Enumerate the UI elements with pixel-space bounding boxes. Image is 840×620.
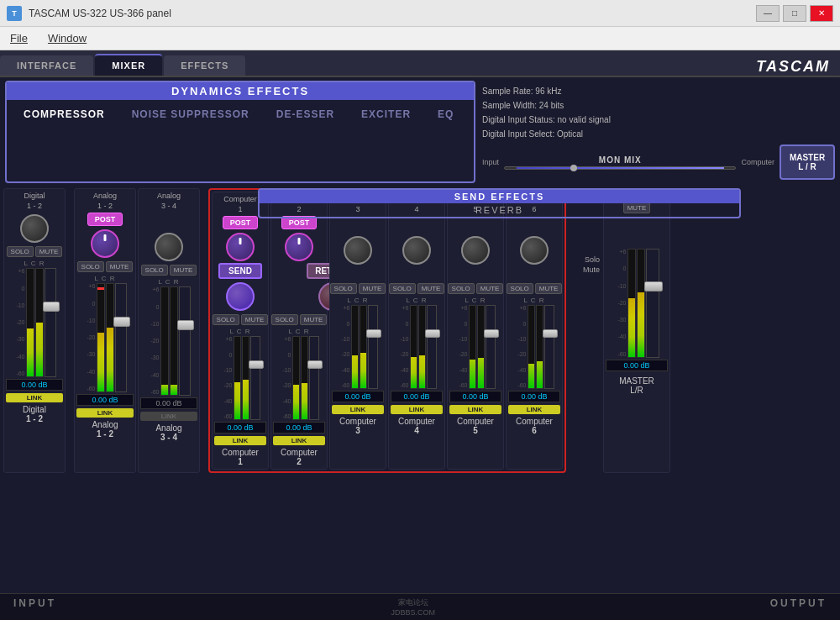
ch-digital-fader-handle[interactable]	[43, 302, 60, 312]
ch-comp4-vu-l	[410, 305, 417, 389]
ch-comp4-mute[interactable]: MUTE	[417, 283, 445, 294]
ch-comp4-knob[interactable]	[402, 236, 431, 265]
dynamics-header: DYNAMICS EFFECTS	[7, 82, 474, 100]
ch-digital-knob[interactable]	[20, 214, 49, 243]
ch-analog34-fader-handle[interactable]	[177, 320, 194, 330]
ch-comp3-mute[interactable]: MUTE	[359, 283, 386, 294]
tab-exciter[interactable]: EXCITER	[358, 107, 414, 122]
ch-analog12-post[interactable]: POST	[87, 213, 123, 226]
ch-comp1-link[interactable]: LINK	[214, 436, 266, 445]
ch-digital-vu-r-bar	[36, 323, 43, 376]
ch-comp2-post[interactable]: POST	[281, 216, 318, 229]
tab-de-esser[interactable]: DE-ESSER	[273, 107, 338, 122]
channel-computer-5: Computer5 SOLO MUTE L C R +60-10-20-40-6…	[447, 192, 504, 470]
ch-analog34-fader[interactable]	[179, 286, 191, 396]
ch-comp1-knob[interactable]	[226, 233, 255, 261]
mon-mix-knob[interactable]	[570, 165, 577, 171]
ch-comp4-fader-handle[interactable]	[425, 329, 440, 338]
ch-digital-name: Digital1 - 2	[23, 405, 46, 423]
tab-effects[interactable]: EFFECTS	[164, 55, 245, 76]
ch-comp2-mute[interactable]: MUTE	[300, 314, 328, 325]
close-button[interactable]: ✕	[810, 5, 833, 22]
master-fader[interactable]	[646, 249, 659, 358]
ch-comp1-fader-handle[interactable]	[249, 360, 264, 369]
ch-analog12-mute[interactable]: MUTE	[106, 261, 134, 272]
ch-comp5-knob[interactable]	[461, 236, 490, 265]
ch-comp2-solo[interactable]: SOLO	[271, 314, 298, 325]
master-lr-button[interactable]: MASTER L / R	[780, 144, 835, 180]
ch-comp6-fader[interactable]	[544, 305, 554, 389]
ch-analog12-solo[interactable]: SOLO	[77, 261, 104, 272]
ch-comp6-mute[interactable]: MUTE	[535, 283, 563, 294]
ch-analog34-knob[interactable]	[155, 233, 183, 261]
ch-comp1-mute[interactable]: MUTE	[241, 314, 269, 325]
file-menu[interactable]: File	[7, 30, 31, 46]
ch-analog34-solo[interactable]: SOLO	[141, 265, 168, 276]
ch-digital-mute[interactable]: MUTE	[35, 246, 63, 257]
digital-input-status: Digital Input Status: no valid signal	[482, 113, 835, 127]
ch-comp5-fader[interactable]	[486, 305, 496, 389]
ch-comp4-db: 0.00 dB	[391, 391, 443, 402]
ch-analog34-name: Analog3 - 4	[155, 423, 181, 442]
tab-interface[interactable]: INTERFACE	[0, 55, 93, 76]
ch-comp3-fader[interactable]	[368, 305, 378, 389]
master-mute[interactable]: MUTE	[623, 202, 651, 213]
ch-comp5-vu-r-bar	[478, 358, 484, 388]
ch-analog34-mute[interactable]: MUTE	[170, 265, 197, 276]
maximize-button[interactable]: □	[783, 5, 806, 22]
ch-analog12-fader[interactable]	[115, 283, 127, 392]
window-controls: — □ ✕	[756, 5, 833, 22]
ch-comp4-fader[interactable]	[427, 305, 437, 389]
tab-noise-suppressor[interactable]: NOISE SUPPRESSOR	[129, 107, 253, 122]
ch-digital-link[interactable]: LINK	[6, 393, 63, 402]
ch-comp6-label: Computer6	[517, 195, 551, 214]
ch-comp3-solo[interactable]: SOLO	[330, 283, 357, 294]
ch-comp1-post[interactable]: POST	[223, 216, 259, 229]
ch-comp3-fader-handle[interactable]	[366, 329, 381, 338]
ch-comp5-fader-handle[interactable]	[484, 329, 499, 338]
ch-analog12-link[interactable]: LINK	[76, 408, 134, 418]
ch-comp6-link[interactable]: LINK	[508, 405, 560, 414]
ch-comp3-link[interactable]: LINK	[332, 405, 384, 414]
ch-comp2-fader[interactable]	[309, 336, 319, 420]
tab-mixer[interactable]: MIXER	[95, 54, 162, 76]
ch-digital-vu-r	[35, 268, 44, 377]
ch-analog12-knob[interactable]	[91, 229, 119, 258]
ch-comp1-send-btn[interactable]: SEND	[218, 263, 262, 279]
ch-comp6-lcr: L C R	[523, 297, 544, 304]
ch-comp6-fader-handle[interactable]	[543, 329, 558, 338]
tab-eq[interactable]: EQ	[434, 107, 457, 122]
window-menu[interactable]: Window	[45, 30, 90, 46]
ch-comp6-solo[interactable]: SOLO	[507, 283, 533, 294]
ch-comp1-solo[interactable]: SOLO	[213, 314, 239, 325]
ch-comp3-solo-mute: SOLO MUTE	[330, 283, 386, 294]
ch-comp5-mute[interactable]: MUTE	[476, 283, 504, 294]
status-panel: Sample Rate: 96 kHz Sample Width: 24 bit…	[482, 82, 835, 143]
minimize-button[interactable]: —	[756, 5, 780, 22]
ch-comp4-solo[interactable]: SOLO	[389, 283, 416, 294]
ch-comp2-fader-handle[interactable]	[307, 360, 323, 369]
ch-digital-fader[interactable]	[45, 268, 56, 377]
ch-comp4-link[interactable]: LINK	[391, 405, 443, 414]
ch-comp3-db: 0.00 dB	[332, 391, 384, 402]
channel-computer-1: Computer1 POST SEND SOLO MUTE L C R +60-…	[212, 192, 269, 470]
ch-digital-solo[interactable]: SOLO	[7, 246, 34, 257]
ch-comp5-link[interactable]: LINK	[449, 405, 501, 414]
ch-comp1-label: Computer1	[223, 195, 257, 214]
master-fader-handle[interactable]	[644, 281, 663, 292]
ch-analog12-db: 0.00 dB	[76, 394, 134, 406]
ch-comp2-link[interactable]: LINK	[273, 436, 325, 445]
ch-comp4-lcr: L C R	[406, 297, 427, 304]
ch-comp1-fader[interactable]	[250, 336, 260, 420]
ch-comp1-send-knob[interactable]	[226, 282, 255, 311]
ch-comp5-solo[interactable]: SOLO	[448, 283, 475, 294]
ch-comp2-knob[interactable]	[285, 233, 313, 261]
ch-analog12-fader-handle[interactable]	[113, 317, 130, 327]
tab-compressor[interactable]: COMPRESSOR	[20, 107, 108, 122]
solo-label: Solo	[585, 255, 600, 264]
ch-comp3-knob[interactable]	[344, 236, 372, 265]
ch-comp2-db: 0.00 dB	[273, 422, 325, 433]
mon-mix-slider[interactable]	[504, 166, 736, 170]
ch-analog34-vu-l	[160, 286, 169, 396]
ch-comp6-knob[interactable]	[520, 236, 549, 265]
